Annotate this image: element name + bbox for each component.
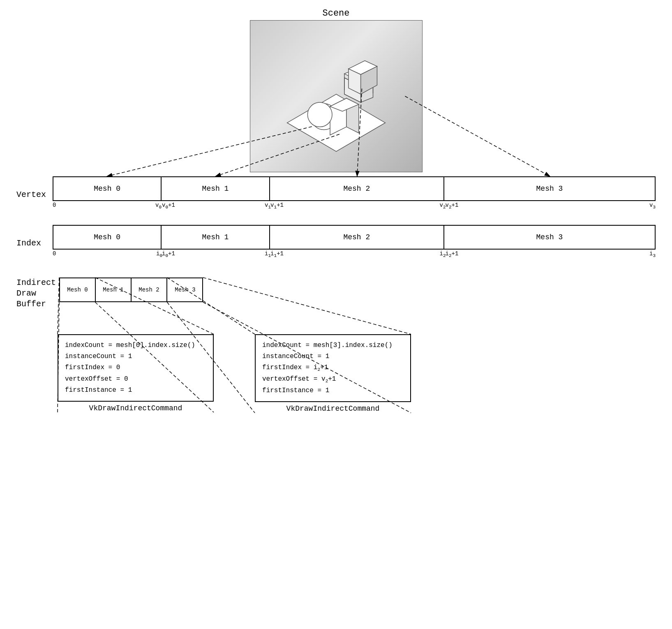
main-container: Scene: [0, 0, 672, 629]
index-buffer-bar: Mesh 0 Mesh 1 Mesh 2 Mesh 3 0 i0 i0+1 i1…: [53, 225, 656, 261]
tick-v-v3: v3: [649, 202, 656, 210]
vertex-buffer-bar: Mesh 0 Mesh 1 Mesh 2 Mesh 3 0 v0 v0+1 v1…: [53, 176, 656, 213]
tick-v-0: 0: [53, 202, 56, 208]
tick-i-i1: i1: [265, 250, 271, 258]
tick-i-0: 0: [53, 250, 56, 257]
vertex-buffer-cells: Mesh 0 Mesh 1 Mesh 2 Mesh 3: [53, 176, 656, 201]
sections-container: Vertex Mesh 0 Mesh 1 Mesh 2 Mesh 3 0 v0 …: [8, 172, 664, 417]
vertex-buffer-label: Vertex: [16, 190, 49, 199]
tick-v-v1plus1: v1+1: [270, 202, 284, 210]
index-buffer-label: Index: [16, 238, 49, 248]
cmd3-line2: instanceCount = 1: [262, 351, 404, 362]
cmd3-line1: indexCount = mesh[3].index.size(): [262, 340, 404, 351]
scene-svg: [250, 21, 422, 172]
vertex-cell-mesh2: Mesh 2: [270, 177, 444, 200]
index-cell-mesh2: Mesh 2: [270, 226, 444, 249]
index-ticks: 0 i0 i0+1 i1 i1+1 i2 i2+1 i3: [53, 250, 656, 261]
tick-i-i0plus1: i0+1: [162, 250, 175, 258]
tick-v-v0: v0: [155, 202, 162, 210]
tick-i-i0: i0: [156, 250, 162, 258]
cmd3-line5: firstInstance = 1: [262, 385, 404, 396]
command-0-container: indexCount = mesh[0].index.size() instan…: [58, 334, 214, 412]
commands-row: indexCount = mesh[0].index.size() instan…: [16, 334, 656, 413]
cmd0-line3: firstIndex = 0: [65, 362, 206, 373]
scene-box: [250, 20, 423, 172]
command-box-0: indexCount = mesh[0].index.size() instan…: [58, 334, 214, 402]
tick-i-i2plus1: i2+1: [446, 250, 459, 258]
scene-wrapper: [8, 20, 664, 172]
tick-v-v2plus1: v2+1: [446, 202, 459, 210]
indirect-row-container: Indirect DrawBuffer Mesh 0 Mesh 1 Mesh 2…: [16, 278, 656, 310]
command-label-0: VkDrawIndirectCommand: [89, 404, 182, 412]
indirect-cell-mesh1: Mesh 1: [96, 278, 132, 301]
tick-i-i3: i3: [649, 250, 656, 258]
indirect-cell-mesh0: Mesh 0: [60, 278, 96, 301]
command-3-container: indexCount = mesh[3].index.size() instan…: [255, 334, 411, 413]
tick-v-v2: v2: [440, 202, 446, 210]
cmd3-line4: vertexOffset = v2+1: [262, 374, 404, 385]
index-cell-mesh0: Mesh 0: [53, 226, 162, 249]
svg-point-15: [307, 102, 332, 127]
tick-i-i2: i2: [440, 250, 446, 258]
cmd0-line1: indexCount = mesh[0].index.size(): [65, 340, 206, 351]
tick-v-v1: v1: [265, 202, 271, 210]
indirect-cell-mesh2: Mesh 2: [132, 278, 167, 301]
cmd0-line4: vertexOffset = 0: [65, 374, 206, 385]
command-label-3: VkDrawIndirectCommand: [286, 405, 380, 413]
cmd0-line5: firstInstance = 1: [65, 385, 206, 396]
cmd0-line2: instanceCount = 1: [65, 351, 206, 362]
vertex-buffer-section: Vertex Mesh 0 Mesh 1 Mesh 2 Mesh 3 0 v0 …: [16, 176, 656, 213]
index-cell-mesh1: Mesh 1: [162, 226, 270, 249]
vertex-cell-mesh0: Mesh 0: [53, 177, 162, 200]
indirect-buffer-cells: Mesh 0 Mesh 1 Mesh 2 Mesh 3: [59, 278, 203, 302]
scene-label: Scene: [8, 8, 664, 18]
vertex-row-container: Vertex Mesh 0 Mesh 1 Mesh 2 Mesh 3 0 v0 …: [16, 176, 656, 213]
indirect-buffer-label: Indirect DrawBuffer: [16, 278, 58, 310]
vertex-cell-mesh1: Mesh 1: [162, 177, 270, 200]
cmd3-line3: firstIndex = i2+1: [262, 362, 404, 374]
tick-v-v0plus1: v0+1: [162, 202, 175, 210]
command-box-3: indexCount = mesh[3].index.size() instan…: [255, 334, 411, 402]
index-row-container: Index Mesh 0 Mesh 1 Mesh 2 Mesh 3 0 i0 i…: [16, 225, 656, 261]
indirect-cell-mesh3: Mesh 3: [167, 278, 203, 301]
index-buffer-cells: Mesh 0 Mesh 1 Mesh 2 Mesh 3: [53, 225, 656, 250]
index-cell-mesh3: Mesh 3: [444, 226, 655, 249]
index-buffer-section: Index Mesh 0 Mesh 1 Mesh 2 Mesh 3 0 i0 i…: [16, 225, 656, 261]
indirect-cells-wrapper: Mesh 0 Mesh 1 Mesh 2 Mesh 3: [59, 278, 203, 302]
vertex-ticks: 0 v0 v0+1 v1 v1+1 v2 v2+1 v3: [53, 202, 656, 213]
tick-i-i1plus1: i1+1: [270, 250, 284, 258]
vertex-cell-mesh3: Mesh 3: [444, 177, 655, 200]
